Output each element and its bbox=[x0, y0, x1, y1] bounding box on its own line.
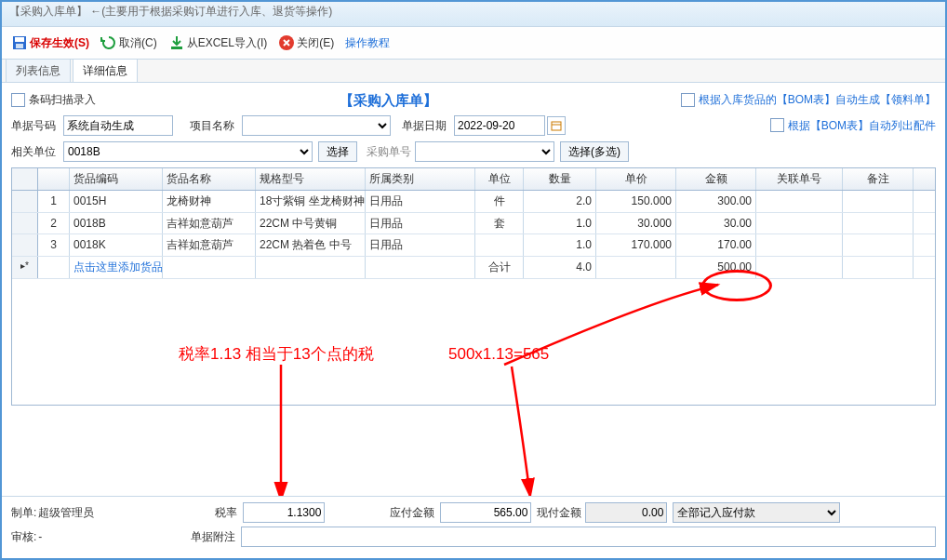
maker-label: 制单: bbox=[11, 505, 36, 521]
close-label: 关闭(E) bbox=[297, 35, 334, 51]
total-amt: 500.00 bbox=[676, 257, 756, 278]
cell-code: 0015H bbox=[70, 191, 163, 212]
payment-option-select[interactable]: 全部记入应付款 bbox=[673, 502, 840, 523]
toolbar: 保存生效(S) 取消(C) 从EXCEL导入(I) 关闭(E) 操作教程 bbox=[2, 27, 945, 60]
doc-no-input[interactable] bbox=[63, 115, 173, 136]
tax-label: 税率 bbox=[215, 505, 237, 521]
annotation-text-1: 税率1.13 相当于13个点的税 bbox=[179, 343, 374, 366]
save-button[interactable]: 保存生效(S) bbox=[11, 34, 89, 51]
table-row[interactable]: 2 0018B 吉祥如意葫芦 22CM 中号黄铜 日用品 套 1.0 30.00… bbox=[12, 213, 935, 235]
svg-rect-2 bbox=[16, 44, 23, 48]
barcode-checkbox[interactable]: 条码扫描录入 bbox=[11, 92, 96, 108]
checkbox-icon bbox=[770, 118, 784, 132]
col-link[interactable]: 关联单号 bbox=[756, 168, 843, 190]
col-note[interactable]: 备注 bbox=[843, 168, 914, 190]
cell-idx: 1 bbox=[38, 191, 70, 212]
table-row-new[interactable]: ▸* 点击这里添加货品 合计 4.0 500.00 bbox=[12, 257, 935, 279]
svg-rect-5 bbox=[552, 122, 561, 130]
autogen-checkbox[interactable]: 根据入库货品的【BOM表】自动生成【领料单】 bbox=[681, 92, 936, 108]
cell-price: 150.000 bbox=[596, 191, 676, 212]
cell-cat: 日用品 bbox=[366, 191, 475, 212]
page-title: 【采购入库单】 bbox=[340, 90, 437, 110]
cell-name: 吉祥如意葫芦 bbox=[163, 213, 256, 234]
checkbox-icon bbox=[681, 93, 695, 107]
cell-cat: 日用品 bbox=[366, 234, 475, 256]
project-label: 项目名称 bbox=[190, 118, 242, 134]
audit-label: 审核: bbox=[11, 529, 36, 545]
col-amt[interactable]: 金额 bbox=[676, 168, 756, 190]
col-qty[interactable]: 数量 bbox=[524, 168, 596, 190]
row-marker: ▸* bbox=[12, 257, 38, 278]
cell-note bbox=[843, 234, 914, 256]
app-window: 【采购入库单】 ←(主要用于根据采购订单进行入库、退货等操作) 保存生效(S) … bbox=[0, 0, 947, 560]
tab-strip: 列表信息 详细信息 bbox=[2, 60, 945, 83]
col-name[interactable]: 货品名称 bbox=[163, 168, 256, 190]
cell-link bbox=[756, 213, 843, 234]
help-label: 操作教程 bbox=[345, 35, 390, 51]
footer: 制单: 超级管理员 税率 应付金额 现付金额 全部记入应付款 审核: - 单据附… bbox=[2, 496, 945, 558]
cell-link bbox=[756, 191, 843, 212]
barcode-label: 条码扫描录入 bbox=[29, 92, 96, 108]
attach-input[interactable] bbox=[241, 527, 936, 547]
undo-icon bbox=[100, 34, 117, 51]
cell-spec: 18寸紫铜 坐龙椅财神 bbox=[256, 191, 366, 212]
calendar-button[interactable] bbox=[547, 116, 566, 135]
items-grid: 货品编码 货品名称 规格型号 所属类别 单位 数量 单价 金额 关联单号 备注 … bbox=[11, 167, 936, 406]
import-excel-button[interactable]: 从EXCEL导入(I) bbox=[168, 34, 268, 51]
choose-multi-button[interactable]: 选择(多选) bbox=[560, 141, 629, 162]
table-row[interactable]: 1 0015H 龙椅财神 18寸紫铜 坐龙椅财神 日用品 件 2.0 150.0… bbox=[12, 191, 935, 213]
row-handle bbox=[12, 191, 38, 212]
cell-idx: 2 bbox=[38, 213, 70, 234]
tab-detail[interactable]: 详细信息 bbox=[73, 59, 138, 82]
bom-label: 根据【BOM表】自动列出配件 bbox=[788, 118, 936, 134]
cell-amt: 30.00 bbox=[676, 213, 756, 234]
col-code[interactable]: 货品编码 bbox=[70, 168, 163, 190]
payable-input[interactable] bbox=[440, 502, 531, 523]
po-label: 采购单号 bbox=[367, 144, 411, 160]
cell-price: 30.000 bbox=[596, 213, 676, 234]
cell-amt: 170.00 bbox=[676, 234, 756, 256]
col-unit[interactable]: 单位 bbox=[475, 168, 524, 190]
vendor-label: 相关单位 bbox=[11, 144, 63, 160]
add-item-hint[interactable]: 点击这里添加货品 bbox=[70, 257, 163, 278]
choose-vendor-button[interactable]: 选择 bbox=[318, 141, 357, 162]
bom-checkbox[interactable]: 根据【BOM表】自动列出配件 bbox=[770, 118, 936, 134]
row-handle bbox=[12, 234, 38, 256]
tab-list[interactable]: 列表信息 bbox=[6, 59, 71, 82]
close-button[interactable]: 关闭(E) bbox=[278, 34, 334, 51]
svg-rect-3 bbox=[171, 47, 182, 49]
cell-qty: 1.0 bbox=[524, 234, 596, 256]
help-link[interactable]: 操作教程 bbox=[345, 35, 390, 51]
attach-label: 单据附注 bbox=[191, 529, 235, 545]
cell-name: 龙椅财神 bbox=[163, 191, 256, 212]
tax-rate-input[interactable] bbox=[243, 502, 325, 523]
row-handle bbox=[12, 213, 38, 234]
doc-no-label: 单据号码 bbox=[11, 118, 63, 134]
col-index bbox=[38, 168, 70, 190]
checkbox-icon bbox=[11, 93, 25, 107]
cash-label: 现付金额 bbox=[537, 505, 581, 521]
audit-value: - bbox=[38, 529, 42, 545]
cancel-label: 取消(C) bbox=[119, 35, 157, 51]
date-input[interactable] bbox=[454, 115, 545, 136]
col-spec[interactable]: 规格型号 bbox=[256, 168, 366, 190]
row-handle-header bbox=[12, 168, 38, 190]
project-select[interactable] bbox=[242, 115, 391, 136]
po-select[interactable] bbox=[415, 141, 554, 162]
grid-body: 1 0015H 龙椅财神 18寸紫铜 坐龙椅财神 日用品 件 2.0 150.0… bbox=[12, 191, 935, 405]
cell-link bbox=[756, 234, 843, 256]
cell-qty: 1.0 bbox=[524, 213, 596, 234]
cell-code: 0018K bbox=[70, 234, 163, 256]
col-cat[interactable]: 所属类别 bbox=[366, 168, 475, 190]
col-price[interactable]: 单价 bbox=[596, 168, 676, 190]
cancel-button[interactable]: 取消(C) bbox=[100, 34, 157, 51]
cell-spec: 22CM 中号黄铜 bbox=[256, 213, 366, 234]
cell-idx bbox=[38, 257, 70, 278]
cell-note bbox=[843, 191, 914, 212]
table-row[interactable]: 3 0018K 吉祥如意葫芦 22CM 热着色 中号 日用品 1.0 170.0… bbox=[12, 234, 935, 257]
date-label: 单据日期 bbox=[402, 118, 454, 134]
cell-unit: 套 bbox=[475, 213, 524, 234]
vendor-select[interactable]: 0018B bbox=[63, 141, 313, 162]
cell-qty: 2.0 bbox=[524, 191, 596, 212]
cell-note bbox=[843, 213, 914, 234]
